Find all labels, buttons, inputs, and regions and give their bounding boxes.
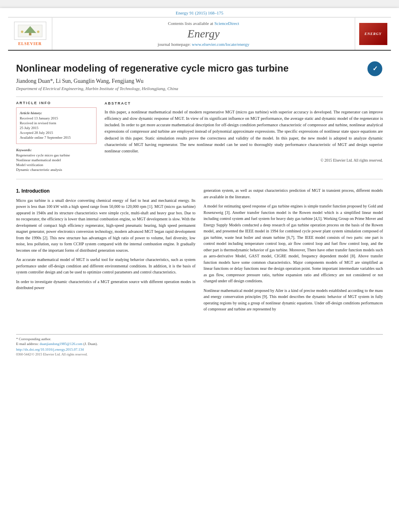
energy-logo-area: ENERGY	[355, 18, 391, 50]
email-label: E-mail address:	[16, 342, 39, 346]
svg-text:✓: ✓	[372, 65, 378, 72]
journal-name: Energy	[187, 27, 220, 40]
history-label: Article history:	[20, 111, 93, 115]
sciencedirect-link[interactable]: ScienceDirect	[214, 21, 239, 26]
page-footer: * Corresponding author. E-mail address: …	[16, 334, 383, 356]
corresponding-label: * Corresponding author.	[16, 337, 51, 341]
corresponding-note: * Corresponding author.	[16, 337, 383, 341]
article-title: Nonlinear modeling of regenerative cycle…	[16, 63, 383, 74]
divider-2	[16, 179, 383, 179]
journal-homepage: journal homepage: www.elsevier.com/locat…	[158, 42, 249, 47]
homepage-url[interactable]: www.elsevier.com/locate/energy	[192, 42, 249, 47]
energy-logo-image: ENERGY	[359, 23, 387, 45]
abstract-text: In this paper, a nonlinear mathematical …	[105, 109, 383, 155]
email-suffix: (J. Duan).	[83, 342, 98, 346]
article-info-col: ARTICLE INFO Article history: Received 1…	[16, 101, 97, 173]
elsevier-logo-area: ELSEVIER	[8, 18, 52, 50]
elsevier-tree-logo	[14, 22, 46, 40]
section1-title: 1. Introduction	[16, 187, 195, 195]
body-right-para-3: Nonlinear mathematical model proposed by…	[204, 288, 383, 312]
info-abstract-section: ARTICLE INFO Article history: Received 1…	[16, 101, 383, 173]
svg-point-4	[37, 31, 39, 33]
copyright-text: © 2015 Elsevier Ltd. All rights reserved…	[105, 158, 383, 163]
elsevier-label: ELSEVIER	[18, 41, 42, 46]
svg-rect-2	[29, 33, 31, 35]
body-para-3: In order to investigate dynamic characte…	[16, 279, 195, 291]
citation-text: Energy 91 (2015) 168–175	[176, 10, 224, 15]
article-content: ✓ Nonlinear modeling of regenerative cyc…	[0, 51, 399, 328]
article-info-label: ARTICLE INFO	[16, 101, 97, 105]
body-para-1: Micro gas turbine is a small device conv…	[16, 197, 195, 254]
received-revised-label: Received in revised form	[20, 121, 93, 125]
email-note: E-mail address: duanjiandong1985@126.com…	[16, 342, 383, 346]
svg-point-3	[21, 31, 23, 33]
received-date: Received 13 January 2015	[20, 116, 93, 120]
body-content: 1. Introduction Micro gas turbine is a s…	[16, 187, 383, 316]
abstract-label: ABSTRACT	[105, 101, 383, 107]
contents-line: Contents lists available at ScienceDirec…	[168, 21, 239, 26]
divider-1	[16, 97, 383, 97]
journal-center: Contents lists available at ScienceDirec…	[52, 18, 355, 50]
crossmark-icon: ✓	[367, 61, 383, 77]
email-address[interactable]: duanjiandong1985@126.com	[39, 342, 82, 346]
keywords-label: Keywords:	[16, 148, 97, 152]
authors-line: Jiandong Duan*, Li Sun, Guanglin Wang, F…	[16, 78, 383, 84]
journal-header: ELSEVIER Contents lists available at Sci…	[8, 17, 391, 51]
keyword-4: Dynamic characteristic analysis	[16, 168, 97, 172]
body-right-para-1: generation system, as well as output cha…	[204, 187, 383, 200]
body-right-col: generation system, as well as output cha…	[204, 187, 383, 316]
body-two-col: 1. Introduction Micro gas turbine is a s…	[16, 187, 383, 316]
keyword-1: Regenerative cycle micro gas turbine	[16, 153, 97, 157]
issn-line: 0360-5442/© 2015 Elsevier Ltd. All right…	[16, 352, 383, 356]
body-para-2: An accurate mathematical model of MGT is…	[16, 257, 195, 275]
abstract-col: ABSTRACT In this paper, a nonlinear math…	[105, 101, 383, 173]
keyword-2: Nonlinear mathematical model	[16, 158, 97, 162]
body-left-col: 1. Introduction Micro gas turbine is a s…	[16, 187, 195, 316]
article-info-box: Article history: Received 13 January 201…	[16, 107, 97, 144]
article-page: Energy 91 (2015) 168–175 ELSEVIER	[0, 8, 399, 532]
keyword-3: Model verification	[16, 163, 97, 167]
title-area: ✓ Nonlinear modeling of regenerative cyc…	[16, 63, 383, 74]
doi-line[interactable]: http://dx.doi.org/10.1016/j.energy.2015.…	[16, 347, 383, 351]
date-revised: 25 July 2015	[20, 126, 93, 130]
citation-bar: Energy 91 (2015) 168–175	[0, 8, 399, 17]
body-right-para-2: A model for estimating speed response of…	[204, 203, 383, 284]
available-date: Available online 7 September 2015	[20, 136, 93, 140]
affiliation-line: Department of Electrical Engineering, Ha…	[16, 86, 383, 91]
accepted-date: Accepted 28 July 2015	[20, 131, 93, 135]
